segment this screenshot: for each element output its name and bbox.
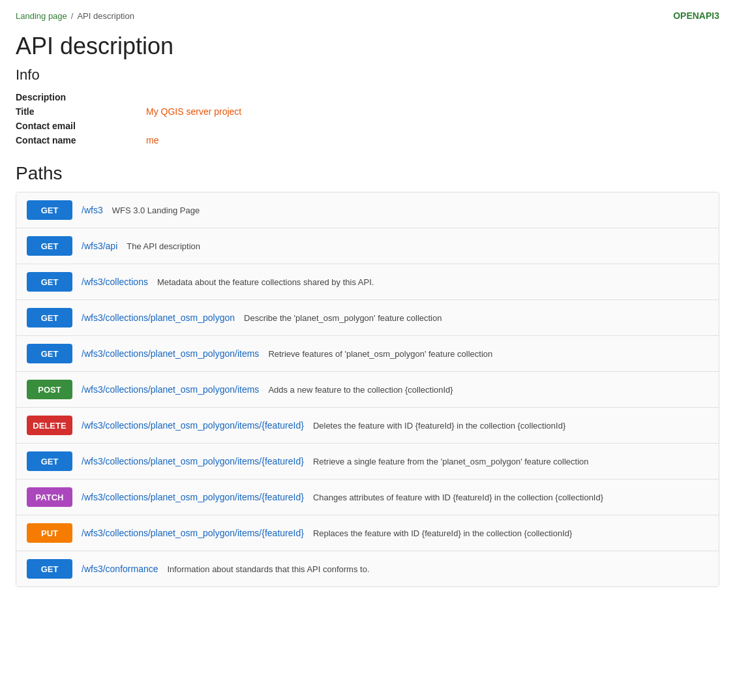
method-badge: GET bbox=[27, 308, 72, 327]
path-description: Metadata about the feature collections s… bbox=[157, 277, 374, 287]
path-row[interactable]: PUT/wfs3/collections/planet_osm_polygon/… bbox=[16, 515, 719, 551]
info-field-value: My QGIS server project bbox=[146, 104, 719, 119]
method-badge: GET bbox=[27, 344, 72, 363]
path-row[interactable]: POST/wfs3/collections/planet_osm_polygon… bbox=[16, 372, 719, 408]
method-badge: POST bbox=[27, 380, 72, 399]
path-url[interactable]: /wfs3/collections/planet_osm_polygon/ite… bbox=[82, 348, 259, 359]
path-row[interactable]: GET/wfs3/conformanceInformation about st… bbox=[16, 551, 719, 586]
path-url[interactable]: /wfs3/conformance bbox=[82, 564, 158, 574]
path-url[interactable]: /wfs3/collections/planet_osm_polygon/ite… bbox=[82, 420, 304, 431]
breadcrumb-current: API description bbox=[77, 11, 134, 21]
path-row[interactable]: GET/wfs3WFS 3.0 Landing Page bbox=[16, 192, 719, 228]
path-row[interactable]: GET/wfs3/collectionsMetadata about the f… bbox=[16, 264, 719, 300]
path-url[interactable]: /wfs3/collections/planet_osm_polygon/ite… bbox=[82, 456, 304, 466]
method-badge: GET bbox=[27, 272, 72, 292]
info-row: Contact nameme bbox=[16, 133, 719, 147]
path-row[interactable]: GET/wfs3/collections/planet_osm_polygon/… bbox=[16, 444, 719, 479]
path-url[interactable]: /wfs3/collections/planet_osm_polygon/ite… bbox=[82, 492, 304, 502]
info-field-label: Contact name bbox=[16, 133, 146, 147]
method-badge: PATCH bbox=[27, 487, 72, 507]
path-description: Deletes the feature with ID {featureId} … bbox=[313, 421, 565, 431]
path-row[interactable]: GET/wfs3/collections/planet_osm_polygon/… bbox=[16, 336, 719, 372]
path-description: Replaces the feature with ID {featureId}… bbox=[313, 528, 572, 538]
path-row[interactable]: PATCH/wfs3/collections/planet_osm_polygo… bbox=[16, 479, 719, 515]
breadcrumb-separator: / bbox=[71, 11, 74, 21]
path-url[interactable]: /wfs3/collections bbox=[82, 277, 148, 287]
path-description: Describe the 'planet_osm_polygon' featur… bbox=[244, 313, 442, 323]
info-section: Info DescriptionTitleMy QGIS server proj… bbox=[16, 67, 719, 147]
page-title: API description bbox=[16, 33, 719, 60]
info-field-label: Description bbox=[16, 90, 146, 104]
info-field-value bbox=[146, 119, 719, 133]
path-row[interactable]: GET/wfs3/apiThe API description bbox=[16, 228, 719, 264]
path-row[interactable]: DELETE/wfs3/collections/planet_osm_polyg… bbox=[16, 408, 719, 444]
info-field-label: Title bbox=[16, 104, 146, 119]
path-description: Information about standards that this AP… bbox=[168, 564, 370, 574]
method-badge: PUT bbox=[27, 523, 72, 543]
method-badge: GET bbox=[27, 236, 72, 256]
info-table: DescriptionTitleMy QGIS server projectCo… bbox=[16, 90, 719, 147]
breadcrumb-left: Landing page / API description bbox=[16, 11, 134, 21]
path-description: Changes attributes of feature with ID {f… bbox=[313, 493, 603, 502]
path-url[interactable]: /wfs3/collections/planet_osm_polygon bbox=[82, 312, 235, 323]
path-url[interactable]: /wfs3/api bbox=[82, 241, 117, 251]
info-field-label: Contact email bbox=[16, 119, 146, 133]
info-field-value: me bbox=[146, 133, 719, 147]
path-description: Retrieve a single feature from the 'plan… bbox=[313, 457, 589, 466]
paths-section-title: Paths bbox=[16, 163, 719, 184]
method-badge: GET bbox=[27, 451, 72, 471]
openapi-label: OPENAPI3 bbox=[673, 10, 719, 21]
method-badge: GET bbox=[27, 559, 72, 579]
paths-container: GET/wfs3WFS 3.0 Landing PageGET/wfs3/api… bbox=[16, 192, 719, 587]
path-row[interactable]: GET/wfs3/collections/planet_osm_polygonD… bbox=[16, 300, 719, 336]
path-description: The API description bbox=[127, 241, 200, 251]
info-row: TitleMy QGIS server project bbox=[16, 104, 719, 119]
info-section-title: Info bbox=[16, 67, 719, 84]
path-url[interactable]: /wfs3/collections/planet_osm_polygon/ite… bbox=[82, 528, 304, 538]
path-description: WFS 3.0 Landing Page bbox=[112, 205, 200, 215]
path-description: Adds a new feature to the collection {co… bbox=[268, 385, 453, 395]
breadcrumb: Landing page / API description OPENAPI3 bbox=[16, 10, 719, 21]
breadcrumb-landing-link[interactable]: Landing page bbox=[16, 11, 67, 21]
method-badge: GET bbox=[27, 200, 72, 220]
path-url[interactable]: /wfs3/collections/planet_osm_polygon/ite… bbox=[82, 384, 259, 395]
info-row: Contact email bbox=[16, 119, 719, 133]
path-url[interactable]: /wfs3 bbox=[82, 205, 103, 215]
method-badge: DELETE bbox=[27, 416, 72, 435]
info-row: Description bbox=[16, 90, 719, 104]
path-description: Retrieve features of 'planet_osm_polygon… bbox=[268, 349, 492, 359]
info-field-value bbox=[146, 90, 719, 104]
